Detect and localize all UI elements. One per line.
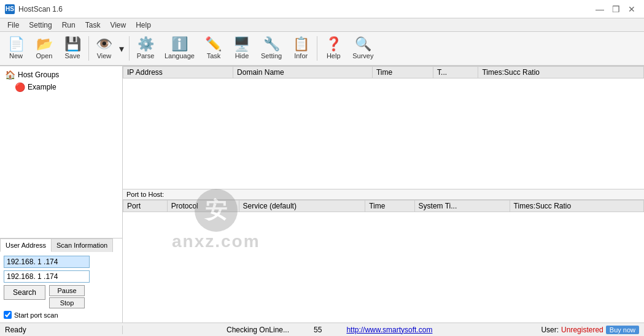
toolbar-separator-1 xyxy=(88,36,89,61)
user-prefix: User: xyxy=(541,326,559,334)
pause-stop-area: Pause Stop xyxy=(49,285,85,308)
toolbar-task-button[interactable]: ✏️ Task xyxy=(200,33,227,64)
col-service: Service (default) xyxy=(239,200,365,212)
col-domain-name: Domain Name xyxy=(233,67,373,78)
toolbar-separator-3 xyxy=(317,36,317,61)
infor-icon: 📋 xyxy=(293,37,309,51)
host-groups-label: Host Groups xyxy=(18,71,59,79)
col-port: Port xyxy=(123,200,168,212)
status-middle: Checking OnLine... 55 http://www.smartys… xyxy=(123,326,536,334)
buy-button[interactable]: Buy now xyxy=(606,326,639,334)
status-checking: Checking OnLine... xyxy=(227,326,289,334)
menu-view[interactable]: View xyxy=(105,20,131,31)
status-count: 55 xyxy=(314,326,322,334)
toolbar-view-group: 👁️ View ▾ xyxy=(91,33,126,64)
menu-bar: File Setting Run Task View Help xyxy=(0,18,644,32)
port-label: Port to Host: xyxy=(123,189,644,200)
task-icon: ✏️ xyxy=(205,37,222,51)
tree-area: 🏠 Host Groups 🔴 Example xyxy=(0,66,122,238)
help-icon: ❓ xyxy=(325,37,342,51)
toolbar-survey-button[interactable]: 🔍 Survey xyxy=(348,33,378,64)
port-scan-checkbox[interactable] xyxy=(4,311,12,319)
menu-setting[interactable]: Setting xyxy=(24,20,56,31)
toolbar-hide-button[interactable]: 🖥️ Hide xyxy=(228,33,255,64)
col-ip-address: IP Address xyxy=(123,67,233,78)
status-link[interactable]: http://www.smartysoft.com xyxy=(346,326,432,334)
user-status: Unregistered xyxy=(561,326,603,334)
host-groups-icon: 🏠 xyxy=(5,70,15,80)
status-right: User:Unregistered Buy now xyxy=(536,326,644,334)
tree-children: 🔴 Example xyxy=(2,81,120,93)
from-ip-row xyxy=(4,256,118,268)
col-times-succ-ratio: Times:Succ Ratio xyxy=(478,67,644,78)
minimize-button[interactable]: — xyxy=(592,4,607,15)
toolbar-open-button[interactable]: 📂 Open xyxy=(31,33,58,64)
parse-icon: ⚙️ xyxy=(138,37,154,51)
view-icon: 👁️ xyxy=(96,37,112,51)
upper-table: IP Address Domain Name Time T... Times:S… xyxy=(123,66,644,78)
lower-table-area: Port Protocol Service (default) Time Sys… xyxy=(123,200,644,323)
from-ip-input[interactable] xyxy=(4,256,90,268)
app-icon: HS xyxy=(5,4,15,14)
col-t: T... xyxy=(433,67,478,78)
addr-tabs: User Address Scan Information xyxy=(0,239,122,252)
toolbar-language-button[interactable]: ℹ️ Language xyxy=(160,33,199,64)
toolbar-setting-button[interactable]: 🔧 Setting xyxy=(257,33,286,64)
tree-host-groups[interactable]: 🏠 Host Groups xyxy=(2,69,120,81)
title-bar: HS HostScan 1.6 — ❒ ✕ xyxy=(0,0,644,18)
status-ready: Ready xyxy=(0,326,123,334)
right-panel: IP Address Domain Name Time T... Times:S… xyxy=(123,66,644,323)
port-scan-label: Start port scan xyxy=(14,311,58,319)
stop-button[interactable]: Stop xyxy=(49,297,85,308)
search-button[interactable]: Search xyxy=(4,285,45,300)
menu-help[interactable]: Help xyxy=(131,20,156,31)
save-icon: 💾 xyxy=(64,37,81,51)
survey-icon: 🔍 xyxy=(355,37,371,51)
restore-button[interactable]: ❒ xyxy=(608,4,623,15)
menu-run[interactable]: Run xyxy=(57,20,80,31)
port-scan-row: Start port scan xyxy=(4,311,118,319)
tree-example[interactable]: 🔴 Example xyxy=(12,81,120,93)
new-icon: 📄 xyxy=(8,37,25,51)
search-area: Search Pause Stop xyxy=(4,285,118,308)
col-protocol: Protocol xyxy=(167,200,239,212)
hide-icon: 🖥️ xyxy=(233,37,250,51)
language-icon: ℹ️ xyxy=(171,37,188,51)
toolbar: 📄 New 📂 Open 💾 Save 👁️ View ▾ ⚙️ Parse ℹ… xyxy=(0,32,644,66)
col-system-ti: System Ti... xyxy=(414,200,510,212)
tab-user-address[interactable]: User Address xyxy=(0,239,52,252)
toolbar-view-dropdown[interactable]: ▾ xyxy=(117,33,126,64)
col-time: Time xyxy=(372,67,433,78)
title-left: HS HostScan 1.6 xyxy=(5,4,63,14)
main-layout: 🏠 Host Groups 🔴 Example User Address Sca… xyxy=(0,66,644,323)
tab-scan-information[interactable]: Scan Information xyxy=(51,239,113,252)
menu-file[interactable]: File xyxy=(2,20,24,31)
example-icon: 🔴 xyxy=(15,82,25,92)
example-label: Example xyxy=(28,83,56,91)
open-icon: 📂 xyxy=(36,37,53,51)
toolbar-parse-button[interactable]: ⚙️ Parse xyxy=(132,33,159,64)
toolbar-view-button[interactable]: 👁️ View xyxy=(91,33,117,64)
toolbar-save-button[interactable]: 💾 Save xyxy=(59,33,86,64)
title-controls: — ❒ ✕ xyxy=(592,4,639,15)
col-time2: Time xyxy=(365,200,414,212)
toolbar-new-button[interactable]: 📄 New xyxy=(2,33,29,64)
upper-table-area: IP Address Domain Name Time T... Times:S… xyxy=(123,66,644,189)
to-ip-input[interactable] xyxy=(4,270,90,283)
setting-icon: 🔧 xyxy=(263,37,280,51)
toolbar-separator-2 xyxy=(129,36,130,61)
col-times-succ-ratio2: Times:Succ Ratio xyxy=(510,200,643,212)
menu-task[interactable]: Task xyxy=(80,20,106,31)
toolbar-help-button[interactable]: ❓ Help xyxy=(320,33,347,64)
close-button[interactable]: ✕ xyxy=(624,4,639,15)
app-title: HostScan 1.6 xyxy=(18,5,63,13)
lower-table: Port Protocol Service (default) Time Sys… xyxy=(123,200,644,212)
addr-content: Search Pause Stop Start port scan xyxy=(0,252,122,323)
toolbar-infor-button[interactable]: 📋 Infor xyxy=(287,33,314,64)
pause-button[interactable]: Pause xyxy=(49,285,85,296)
status-bar: Ready Checking OnLine... 55 http://www.s… xyxy=(0,323,644,336)
left-bottom: User Address Scan Information Search Pau… xyxy=(0,238,122,323)
left-panel: 🏠 Host Groups 🔴 Example User Address Sca… xyxy=(0,66,123,323)
to-ip-row xyxy=(4,270,118,283)
